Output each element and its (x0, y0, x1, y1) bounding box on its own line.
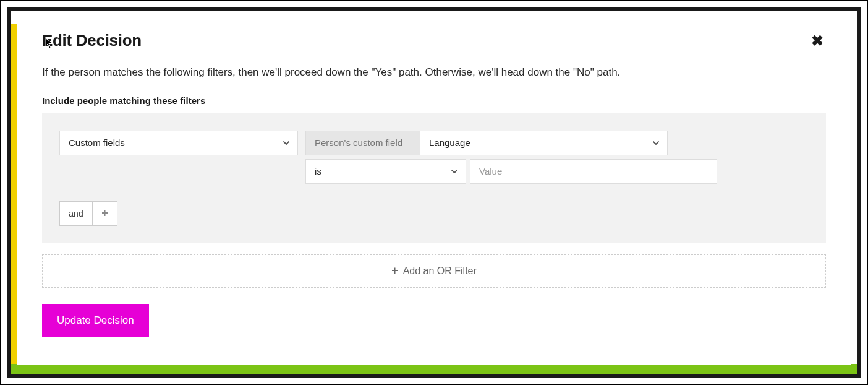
close-icon: ✖ (811, 32, 823, 49)
field-type-text: Person's custom field (315, 137, 402, 148)
operator-select-value: is (315, 166, 321, 176)
chevron-down-icon (283, 139, 290, 147)
field-select[interactable]: Language (420, 131, 668, 155)
edit-decision-modal: Edit Decision ✖ If the person matches th… (17, 11, 851, 365)
category-select-value: Custom fields (69, 137, 125, 148)
modal-title: Edit Decision (42, 31, 142, 50)
close-button[interactable]: ✖ (809, 31, 826, 51)
plus-icon: + (101, 207, 108, 220)
field-select-value: Language (429, 137, 470, 148)
chevron-down-icon (652, 139, 660, 147)
value-input[interactable] (470, 159, 717, 184)
modal-description: If the person matches the following filt… (42, 64, 826, 80)
filter-heading: Include people matching these filters (42, 95, 826, 106)
field-type-label: Person's custom field (305, 131, 420, 155)
update-decision-button[interactable]: Update Decision (42, 304, 149, 337)
filter-container: Custom fields Person's custom field Lang… (42, 113, 826, 243)
add-or-filter-button[interactable]: + Add an OR Filter (42, 254, 826, 288)
chevron-down-icon (451, 168, 458, 175)
operator-select[interactable]: is (305, 159, 466, 184)
add-or-filter-label: Add an OR Filter (403, 266, 477, 277)
and-conjunction-label: and (59, 201, 93, 226)
plus-icon: + (391, 264, 398, 277)
category-select[interactable]: Custom fields (59, 131, 298, 155)
add-and-filter-button[interactable]: + (93, 201, 117, 226)
background-accent-green (11, 364, 857, 374)
